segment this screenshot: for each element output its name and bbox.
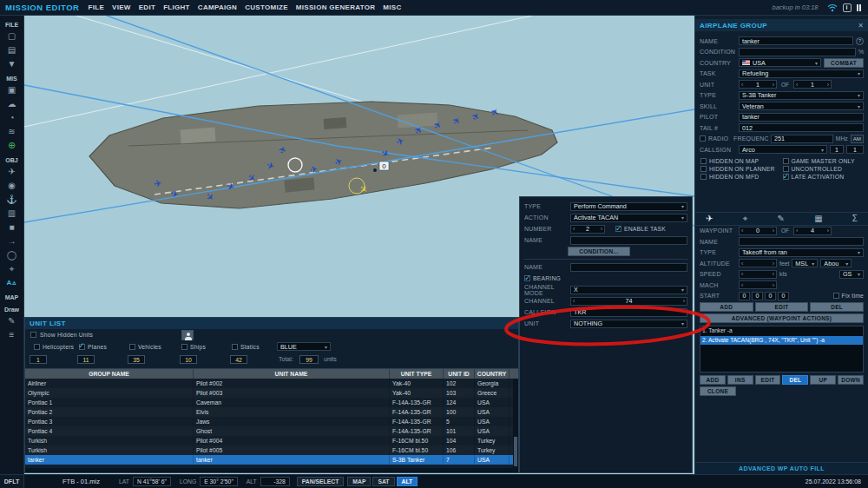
table-row[interactable]: tankertankerS-3B Tanker7USA: [25, 455, 518, 465]
mode-indicator[interactable]: DFLT: [0, 475, 24, 488]
aircraft-type-select[interactable]: S-3B Tanker: [739, 91, 864, 100]
filter-planes[interactable]: Planes: [79, 344, 107, 350]
close-icon[interactable]: ✕: [858, 22, 864, 30]
menu-edit[interactable]: EDIT: [139, 3, 155, 11]
waypoint-count-spinner[interactable]: 4: [793, 227, 832, 235]
tacan-name-input[interactable]: [570, 263, 687, 272]
bearing-checkbox[interactable]: [524, 275, 530, 281]
filter-statics[interactable]: Statics: [232, 344, 260, 350]
edit-action-button[interactable]: EDIT: [755, 375, 781, 385]
show-hidden-units-checkbox[interactable]: [30, 332, 36, 338]
checkbox-hidden-on-map[interactable]: HIDDEN ON MAP: [700, 158, 781, 164]
draw-icon[interactable]: ✎: [3, 315, 21, 326]
start-field-2[interactable]: 0: [765, 292, 776, 300]
advanced-wp-auto-fill-button[interactable]: ADVANCED WP AUTO FILL: [695, 462, 868, 474]
channel-mode-select[interactable]: X: [570, 286, 687, 294]
start-field-3[interactable]: 0: [778, 292, 789, 300]
new-file-icon[interactable]: ▢: [3, 30, 21, 42]
clone-button[interactable]: CLONE: [700, 386, 736, 396]
help-button[interactable]: ?: [856, 37, 864, 45]
briefing-icon[interactable]: ▣: [3, 84, 21, 96]
static-icon[interactable]: ■: [3, 221, 21, 233]
table-row[interactable]: Pontiac 2ElvisF-14A-135-GR100USA: [25, 407, 518, 417]
filter-ships[interactable]: Ships: [181, 344, 206, 350]
column-header-unit-id[interactable]: UNIT ID: [444, 369, 475, 379]
frequency-input[interactable]: 251: [771, 135, 833, 143]
waypoint-type-select[interactable]: Takeoff from ran: [739, 248, 864, 257]
sat-layer-button[interactable]: SAT: [372, 477, 394, 486]
advanced-waypoint-actions-button[interactable]: ADVANCED (WAYPOINT ACTIONS): [700, 313, 864, 323]
time-icon[interactable]: ◔: [3, 112, 21, 123]
grid-icon[interactable]: ▦: [814, 214, 822, 223]
callsign-flight-input[interactable]: 1: [830, 145, 844, 154]
zone-icon[interactable]: ◯: [3, 249, 21, 260]
menu-misc[interactable]: MISC: [383, 3, 401, 11]
layers-icon[interactable]: ≡: [3, 329, 21, 340]
waypoint-action-item[interactable]: 2. Activate TACAN(BRG , 74X, "TKR", Unit…: [700, 336, 863, 346]
airplane-icon[interactable]: ✈: [3, 166, 21, 177]
save-file-icon[interactable]: ▼: [3, 58, 21, 69]
coalition-select[interactable]: BLUE: [277, 342, 331, 351]
condition-input[interactable]: [739, 48, 856, 56]
open-file-icon[interactable]: ▤: [3, 44, 21, 56]
ins-action-button[interactable]: INS: [727, 375, 753, 385]
horizontal-scrollbar[interactable]: [25, 468, 518, 472]
add-icon[interactable]: ⊕: [3, 140, 21, 151]
vehicle-icon[interactable]: ▥: [3, 208, 21, 219]
checkbox-late-activation[interactable]: LATE ACTIVATION: [783, 174, 864, 180]
del-action-button[interactable]: DEL: [782, 375, 808, 385]
edit-route-icon[interactable]: ✎: [778, 214, 785, 223]
del-waypoint-button[interactable]: DEL: [810, 302, 864, 312]
action-type-select[interactable]: Perform Command: [570, 202, 687, 211]
checkbox-game-master-only[interactable]: GAME MASTER ONLY: [783, 158, 864, 164]
table-row[interactable]: Pontiac 1CavemanF-14A-135-GR124USA: [25, 398, 518, 407]
tacan-unit-select[interactable]: NOTHING: [570, 320, 687, 328]
group-name-input[interactable]: tanker: [739, 36, 853, 45]
column-header-group-name[interactable]: GROUP NAME: [25, 369, 194, 379]
unit-count-spinner[interactable]: 1: [793, 80, 832, 89]
helicopter-icon[interactable]: ◉: [3, 180, 21, 191]
route-target-icon[interactable]: ⌖: [743, 214, 748, 224]
checkbox-uncontrolled[interactable]: UNCONTROLLED: [783, 166, 864, 172]
am-toggle[interactable]: AM: [851, 135, 864, 143]
options-icon[interactable]: ≋: [3, 126, 21, 137]
column-header-unit-type[interactable]: UNIT TYPE: [390, 369, 444, 379]
filter-helicopters[interactable]: Helicopters: [34, 344, 74, 350]
radio-checkbox[interactable]: [700, 135, 706, 142]
template-icon[interactable]: A▵: [3, 277, 21, 288]
menu-flight[interactable]: FLIGHT: [163, 3, 190, 11]
add-waypoint-button[interactable]: ADD: [700, 302, 753, 312]
add-action-button[interactable]: ADD: [700, 375, 726, 385]
task-select[interactable]: Refueling: [739, 69, 864, 78]
country-select[interactable]: USA: [739, 58, 821, 67]
up-action-button[interactable]: UP: [810, 375, 836, 385]
skill-select[interactable]: Veteran: [739, 102, 864, 110]
unit-index-spinner[interactable]: 1: [739, 80, 777, 89]
channel-spinner[interactable]: 74: [570, 297, 687, 306]
altitude-ref2-select[interactable]: Abou: [820, 259, 852, 267]
menu-file[interactable]: FILE: [88, 3, 104, 11]
menu-view[interactable]: VIEW: [112, 3, 131, 11]
aircraft-carrier[interactable]: [89, 102, 557, 208]
altitude-input[interactable]: [739, 259, 777, 267]
checkbox-hidden-on-planner[interactable]: HIDDEN ON PLANNER: [700, 166, 781, 172]
fix-time-checkbox[interactable]: [833, 293, 839, 299]
action-select[interactable]: Activate TACAN: [570, 214, 687, 222]
altitude-ref-select[interactable]: MSL: [792, 259, 818, 267]
tail-number-input[interactable]: 012: [739, 123, 864, 132]
route-icon[interactable]: →: [3, 235, 21, 247]
column-header-unit-name[interactable]: UNIT NAME: [194, 369, 390, 379]
table-row[interactable]: AirlinerPilot #002Yak-40102Georgia: [25, 379, 518, 388]
ship-icon[interactable]: ⚓: [3, 194, 21, 205]
alt-layer-button[interactable]: ALT: [397, 477, 418, 486]
waypoint-plane-icon[interactable]: ✈: [706, 214, 713, 223]
column-header-country[interactable]: COUNTRY: [475, 369, 510, 379]
weather-icon[interactable]: ☁: [3, 98, 21, 109]
map-layer-button[interactable]: MAP: [347, 477, 371, 486]
vertical-scrollbar[interactable]: [513, 379, 518, 468]
tacan-callsign-input[interactable]: TKR: [570, 308, 687, 317]
filter-vehicles[interactable]: Vehicles: [129, 344, 161, 350]
table-row[interactable]: Pontiac 4GhostF-14A-135-GR101USA: [25, 426, 518, 436]
down-action-button[interactable]: DOWN: [838, 375, 864, 385]
checkbox-hidden-on-mfd[interactable]: HIDDEN ON MFD: [700, 174, 781, 180]
